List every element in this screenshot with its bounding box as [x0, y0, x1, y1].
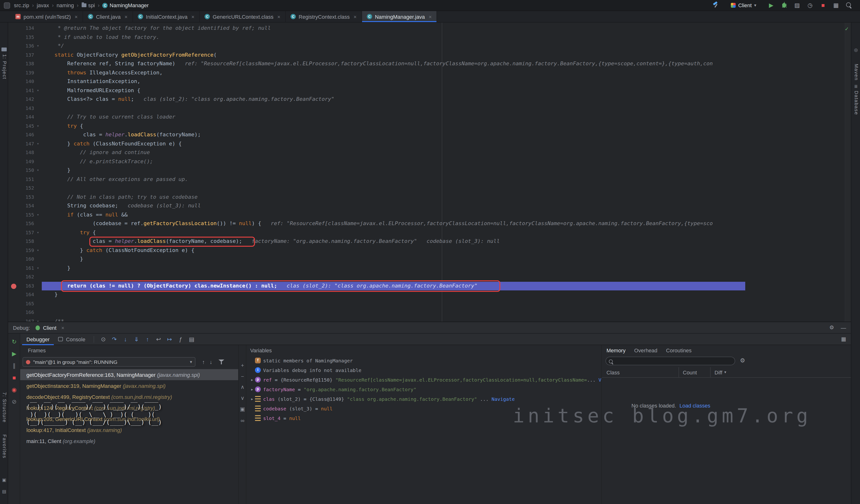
resume-button[interactable]: ▶	[8, 347, 20, 360]
code-line[interactable]: 152	[8, 184, 851, 193]
move-up-button[interactable]: ∧	[239, 381, 246, 393]
fold-marker-icon[interactable]: ▾	[34, 86, 42, 95]
code-line[interactable]: 157▾ try {	[8, 228, 851, 237]
column-count[interactable]: Count	[678, 367, 710, 377]
code-line[interactable]: 141▾ MalformedURLException {	[8, 86, 851, 95]
stack-frame[interactable]: decodeObject:499, RegistryContext (com.s…	[20, 391, 238, 402]
code-line[interactable]: 165	[8, 299, 851, 308]
tab-coroutines[interactable]: Coroutines	[666, 347, 691, 353]
code-line[interactable]: 153 // Not in class path; try to use cod…	[8, 193, 851, 202]
close-icon[interactable]: ×	[277, 14, 281, 19]
breadcrumb-item[interactable]: src.zip	[14, 2, 29, 8]
mute-breakpoints-button[interactable]: ⊘	[8, 395, 20, 407]
step-over-button[interactable]: ↷	[109, 334, 120, 344]
debug-button[interactable]	[780, 1, 788, 10]
code-line[interactable]: 167▾ /**	[8, 317, 851, 321]
close-icon[interactable]: ×	[429, 14, 432, 19]
rerun-button[interactable]: ↻	[8, 335, 20, 347]
fold-marker-icon[interactable]: ▾	[34, 166, 42, 175]
fold-marker-icon[interactable]: ▾	[34, 140, 42, 148]
infinity-icon[interactable]: ∞	[239, 415, 246, 426]
code-line[interactable]: 147▾ } catch (ClassNotFoundException e) …	[8, 140, 851, 148]
debug-tool-icon[interactable]: ▣	[1, 478, 7, 483]
code-line[interactable]: 150▾ }	[8, 166, 851, 175]
layout-button[interactable]: ▦	[832, 1, 840, 10]
variable-row[interactable]: ▸clas (slot_2) = {Class@1149} "class org…	[246, 394, 601, 404]
sidebar-item-maven[interactable]: Maven	[852, 64, 859, 81]
previous-frame-icon[interactable]: ↑	[202, 359, 205, 365]
code-line[interactable]: 135 * if unable to load the factory.	[8, 33, 851, 42]
tab-overhead[interactable]: Overhead	[634, 347, 657, 353]
variable-row[interactable]: slot_4 = null	[246, 413, 601, 423]
breadcrumb-item[interactable]: spi	[81, 2, 95, 8]
code-line[interactable]: 142 Class<?> clas = null; clas (slot_2):…	[8, 95, 851, 104]
fold-marker-icon[interactable]: ▾	[34, 317, 42, 321]
column-class[interactable]: Class	[602, 369, 678, 375]
editor-tab[interactable]: CClient.java×	[83, 11, 133, 22]
search-everywhere-button[interactable]	[845, 1, 853, 10]
code-line[interactable]: 148 // ignore and continue	[8, 148, 851, 157]
force-step-into-button[interactable]: ⇓	[131, 334, 142, 344]
drop-frame-button[interactable]: ↩	[153, 334, 164, 344]
code-line[interactable]: 149 // e.printStackTrace();	[8, 157, 851, 166]
code-line[interactable]: 154 String codebase; codebase (slot_3): …	[8, 202, 851, 211]
tab-debugger[interactable]: Debugger	[22, 333, 54, 345]
code-line[interactable]: 137 static ObjectFactory getObjectFactor…	[8, 51, 851, 59]
code-line[interactable]: 155▾ if (clas == null &&	[8, 211, 851, 219]
code-line[interactable]: 151 // All other exceptions are passed u…	[8, 175, 851, 184]
breadcrumb-item[interactable]: naming	[57, 2, 74, 8]
stop-button[interactable]: ■	[819, 1, 827, 10]
code-editor[interactable]: 134 * @return The object factory for the…	[8, 23, 851, 321]
stack-frame[interactable]: lookup:417, InitialContext (javax.naming…	[20, 424, 238, 435]
debug-session-tab[interactable]: Client ×	[36, 325, 64, 330]
stack-frame[interactable]: lookup:205, GenericURLContext (com.sun.j…	[20, 413, 238, 424]
load-classes-link[interactable]: Load classes	[679, 403, 710, 408]
variable-row[interactable]: ▸pref = {ResourceRef@1150} "ResourceRef[…	[246, 375, 601, 385]
code-line[interactable]: 139 throws IllegalAccessException,	[8, 68, 851, 77]
code-line[interactable]: 140 InstantiationException,	[8, 77, 851, 86]
expand-chevron-icon[interactable]: ▸	[249, 387, 255, 391]
stack-frame[interactable]: getObjectFactoryFromReference:163, Namin…	[20, 369, 238, 380]
fold-marker-icon[interactable]: ▾	[34, 246, 42, 255]
step-into-button[interactable]: ↓	[120, 334, 131, 344]
close-icon[interactable]: ×	[191, 14, 195, 19]
editor-tab[interactable]: CInitialContext.java×	[133, 11, 200, 22]
code-line[interactable]: 160 }	[8, 255, 851, 264]
code-line[interactable]: 166	[8, 308, 851, 317]
view-options-button[interactable]: ▤	[186, 334, 197, 344]
variable-row[interactable]: fstatic members of NamingManager	[246, 356, 601, 365]
fold-marker-icon[interactable]: ▾	[34, 264, 42, 273]
expand-chevron-icon[interactable]: ▸	[249, 397, 255, 401]
code-line[interactable]: 136▾ */	[8, 42, 851, 51]
fold-marker-icon[interactable]: ▾	[34, 211, 42, 219]
variable-row[interactable]: ▸pfactoryName = "org.apache.naming.facto…	[246, 385, 601, 394]
coverage-button[interactable]: ▨	[793, 1, 801, 10]
thread-selector[interactable]: "main"@1 in group "main": RUNNING ▾	[23, 357, 196, 367]
column-diff[interactable]: Diff▾	[710, 367, 745, 377]
layout-settings-icon[interactable]: ▦	[841, 336, 846, 342]
stop-debug-button[interactable]: ■	[8, 372, 20, 384]
code-line[interactable]: 162	[8, 273, 851, 282]
code-line[interactable]: 161▾ }	[8, 264, 851, 273]
editor-tab[interactable]: CNamingManager.java×	[362, 11, 437, 22]
add-button[interactable]: +	[239, 360, 246, 371]
hide-panel-icon[interactable]: —	[841, 325, 846, 330]
duplicate-button[interactable]: ▣	[239, 404, 246, 415]
code-line[interactable]: 156 (codebase = ref.getFactoryClassLocat…	[8, 219, 851, 228]
stack-frame[interactable]: lookup:124, RegistryContext (com.sun.jnd…	[20, 402, 238, 413]
filter-frames-icon[interactable]	[217, 358, 226, 366]
sidebar-item-project[interactable]: 1: Project	[0, 54, 7, 80]
notifications-icon[interactable]: ◎	[853, 47, 859, 53]
close-icon[interactable]: ×	[354, 14, 357, 19]
breadcrumb-item[interactable]: CNamingManager	[102, 2, 149, 8]
terminal-tool-icon[interactable]: ▤	[1, 489, 7, 494]
close-icon[interactable]: ×	[61, 325, 64, 330]
code-line[interactable]: 146 clas = helper.loadClass(factoryName)…	[8, 131, 851, 140]
run-to-cursor-button[interactable]: ↦	[164, 334, 175, 344]
breadcrumb-item[interactable]: javax	[37, 2, 49, 8]
code-line[interactable]: 164 }	[8, 290, 851, 299]
code-line[interactable]: 134 * @return The object factory for the…	[8, 24, 851, 33]
sidebar-item-database[interactable]: Database	[852, 91, 859, 115]
code-line[interactable]: 138 Reference ref, String factoryName) r…	[8, 59, 851, 68]
variable-row[interactable]: iVariables debug info not available	[246, 365, 601, 375]
